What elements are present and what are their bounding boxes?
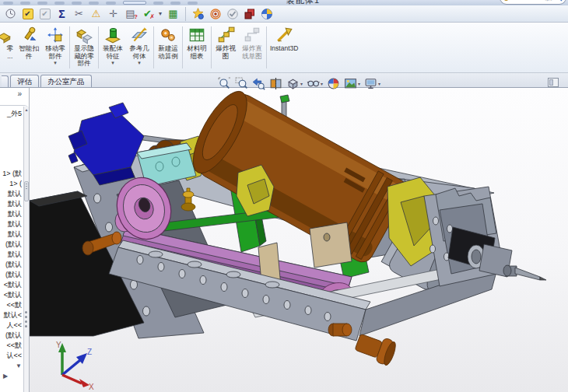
cmd-smart-fasteners[interactable]: 智能扣 件 [16,23,42,72]
cmd-explode-line-sketch[interactable]: 爆炸直 线草图 [239,23,265,72]
triad-y-label: Y [56,341,61,349]
preview-star-icon[interactable] [191,7,205,21]
triad-x-label: X [89,383,94,391]
pane-display-icon[interactable] [548,78,559,87]
scrollbar-grip[interactable] [24,181,29,201]
cmd-separator [69,26,70,68]
magnifier-icon[interactable] [555,0,563,2]
cmd-instant3d[interactable]: Instant3D [268,23,300,72]
alert-icon[interactable]: ⚠ [89,7,103,21]
featuremanager-panel[interactable]: » _外5 1> (默 1> ( 默认 默认 默认 默认 默认 (默认 默认 (… [0,88,30,392]
rebuild-question-icon[interactable]: ▤? [123,7,138,21]
toolbar-icon-slivers [3,2,198,5]
search-text: SolidWorks 帮助 [511,0,552,2]
show-hidden-components-icon [75,25,93,45]
scroll-up-icon[interactable]: ▲ [24,107,29,112]
schedule-icon[interactable] [3,7,18,21]
bill-of-materials-icon [188,25,206,45]
equations-icon[interactable]: Σ [54,7,69,21]
standard-toolbar-clipped: 装配体1 SolidWorks 帮助 [0,0,568,5]
document-title: 装配体1 [286,0,372,5]
cmd-show-hidden-components[interactable]: 显示隐 藏的零 部件 [71,23,97,72]
tool-bit[interactable] [515,268,540,280]
assembly-model[interactable]: Y Z X [30,88,568,392]
design-table-icon[interactable]: ▦ [166,7,181,21]
zoom-fit-icon[interactable] [218,77,231,90]
cmd-separator [182,26,183,68]
instant3d-icon [275,25,293,45]
interference-icon[interactable]: ✂ [72,7,86,21]
expand-panel-chevron[interactable]: » [17,89,22,98]
symmetry-icon[interactable]: ✛ [106,7,121,21]
check-error-icon[interactable]: ✔✗ [140,7,155,21]
view-orientation-icon[interactable]: ▾ [286,77,303,90]
graphics-viewport[interactable]: Y Z X [30,88,568,392]
edit-appearance-icon[interactable] [327,77,340,90]
panel-splitter-handle[interactable] [25,309,28,330]
zoom-area-icon[interactable] [235,77,248,90]
smart-fasteners-icon [19,25,38,45]
tab-evaluate[interactable]: 评估 [10,75,39,87]
tab-office-products[interactable]: 办公室产品 [40,75,92,87]
exploded-view-icon [216,25,235,45]
previous-view-icon[interactable] [252,77,265,90]
checkbox-icon[interactable]: ✔ [37,7,52,21]
cmd-separator [153,26,154,68]
verify-box-icon[interactable]: ✔ [20,7,35,21]
heads-up-toolbar: ▾ ▾ ▾ ▾ [218,77,380,90]
move-component-icon [46,25,65,45]
tab-partial[interactable] [2,75,9,87]
workspace: » _外5 1> (默 1> ( 默认 默认 默认 默认 默认 (默认 默认 (… [0,88,568,392]
globe-sphere-icon[interactable] [259,7,274,21]
orientation-triad: Y Z X [56,341,94,391]
cmd-separator [266,26,267,68]
section-view-icon[interactable] [269,77,282,90]
new-motion-study-icon [159,25,177,45]
search-assistant-icon [503,0,509,1]
assembly-features-icon [103,25,122,45]
rings-icon[interactable] [208,7,223,21]
reference-geometry-icon [130,25,149,45]
tools-toolbar: ✔ ✔ Σ ✂ ⚠ ✛ ▤? ✔✗ ▾ ▦ [0,5,568,23]
cmd-separator [211,26,212,68]
insert-component-icon [0,25,13,45]
tan-block[interactable] [310,222,352,268]
cmd-move-component[interactable]: 移动零 部件 ▾ [42,23,68,72]
cmd-new-motion-study[interactable]: 新建运 动算例 [155,23,181,72]
toolbar-separator [185,7,186,21]
approve-circle-icon[interactable] [225,7,240,21]
display-style-icon[interactable]: ▾ [307,77,323,90]
triad-z-label: Z [87,348,92,356]
explode-line-sketch-icon [243,25,261,45]
cmd-bill-of-materials[interactable]: 材料明 细表 [184,23,210,72]
cmd-assembly-features[interactable]: 装配体 特征 ▾ [100,23,126,72]
apply-scene-icon[interactable]: ▾ [344,77,360,90]
command-manager: 零 ... 智能扣 件 移动零 部件 ▾ 显示隐 藏的零 部件 [0,23,568,73]
dropdown-arrow[interactable]: ▾ [157,7,163,21]
solidworks-window: 装配体1 SolidWorks 帮助 ✔ ✔ Σ ✂ ⚠ ✛ ▤? ✔✗ ▾ ▦ [0,0,568,392]
search-input[interactable]: SolidWorks 帮助 [500,0,566,5]
blocks-icon[interactable] [242,7,257,21]
tree-scrollbar[interactable]: ▲ [23,107,29,392]
cmd-exploded-view[interactable]: 爆炸视 图 [212,23,239,72]
cmd-separator [98,26,99,68]
cmd-insert-component[interactable]: 零 ... [0,23,16,72]
cmd-reference-geometry[interactable]: 参考几 何体 ▾ [126,23,153,72]
view-settings-icon[interactable]: ▾ [364,77,380,90]
